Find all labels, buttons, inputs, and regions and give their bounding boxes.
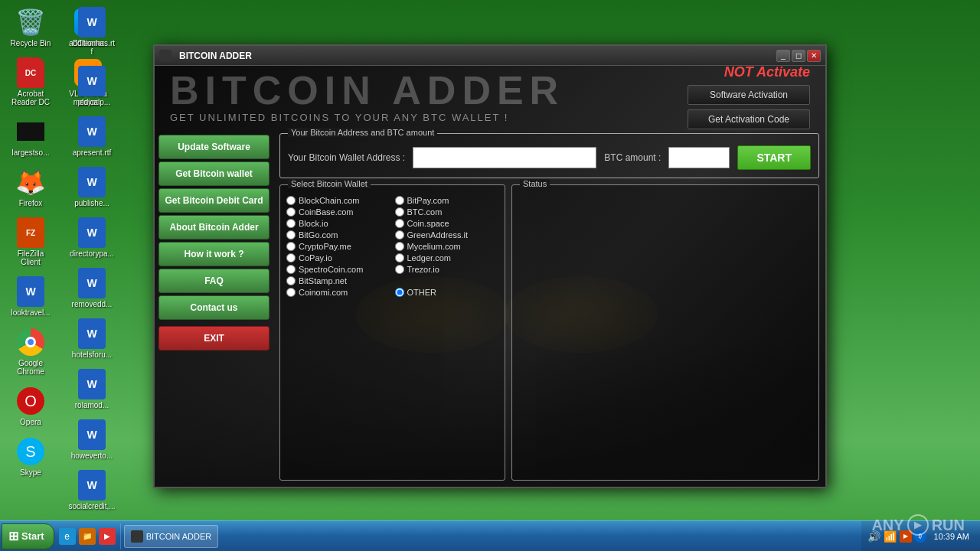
desktop-icon-opera[interactable]: O Opera [4,383,57,429]
app-window: BITCOIN ADDER _ ◻ ✕ BITCOIN ADDER [153,44,827,488]
desktop-icon-black-box[interactable]: largestso... [4,113,57,160]
desktop-icon-medicalp[interactable]: W medicalp... [65,63,119,109]
acrobat-label: Acrobat Reader DC [7,90,54,106]
about-bitcoin-adder-button[interactable]: About Bitcoin Adder [158,215,270,240]
app-content: BITCOIN ADDER GET UNLIMITED BITCOINS TO … [155,66,825,487]
files-icon[interactable]: 📁 [79,528,96,545]
wallet-option-spectrocoin[interactable]: SpectroCoin.com [286,265,390,274]
opera-icon: O [15,386,46,416]
filezilla-label: FileZilla Client [7,249,54,266]
directorypa-icon: W [77,217,107,248]
apresent-icon: W [77,116,107,147]
desktop-icon-directorypa[interactable]: W directorypa... [65,214,119,261]
how-it-work-button[interactable]: How it work ? [158,242,270,266]
app-subtitle: GET UNLIMITED BITCOINS TO YOUR ANY BTC W… [170,112,564,123]
apresent-label: apresent.rtf [73,148,112,157]
wallet-option-greenaddress[interactable]: GreenAddress.it [395,230,499,240]
wallet-option-coinomi[interactable]: Coinomi.com [286,288,390,297]
hotelsforu-label: hotelsforu... [72,350,112,359]
wallet-option-bitpay[interactable]: BitPay.com [395,196,499,205]
desktop-icon-looktravel[interactable]: W looktravel... [4,273,57,320]
desktop-icon-howeverto[interactable]: W howeverto... [65,416,119,463]
filezilla-icon: FZ [15,217,46,248]
content-area: Your Bitcoin Address and BTC amount Your… [273,127,825,487]
desktop-icon-additionhas[interactable]: W additionhas.rtf [65,4,119,59]
minimize-button[interactable]: _ [776,50,790,62]
wallet-option-btccom[interactable]: BTC.com [395,207,499,217]
medicalp-icon: W [77,66,107,96]
window-title: BITCOIN ADDER [176,51,776,61]
desktop-icon-filezilla[interactable]: FZ FileZilla Client [4,214,57,269]
app-icon-small [159,50,172,62]
wallet-option-blockio[interactable]: Block.io [286,219,390,228]
wallet-option-cryptopay[interactable]: CryptoPay.me [286,242,390,251]
media-player-icon[interactable]: ▶ [99,528,116,545]
desktop-icon-firefox[interactable]: 🦊 Firefox [4,164,57,210]
looktravel-icon: W [15,276,46,307]
exit-button[interactable]: EXIT [158,326,270,350]
wallet-option-bitgo[interactable]: BitGo.com [286,230,390,240]
start-button[interactable]: START [737,145,811,170]
desktop-icon-publishe[interactable]: W publishe... [65,164,119,210]
desktop-icon-removedd[interactable]: W removedd... [65,265,119,311]
desktop-icon-rolamod[interactable]: W rolamod... [65,366,119,412]
rolamod-icon: W [77,369,107,399]
get-bitcoin-debit-button[interactable]: Get Bitcoin Debit Card [158,188,270,213]
publishe-icon: W [77,167,107,197]
desktop-icon-apresent[interactable]: W apresent.rtf [65,113,119,160]
get-bitcoin-wallet-button[interactable]: Get Bitcoin wallet [158,161,270,186]
firefox-icon: 🦊 [15,167,46,197]
wallet-box-title: Select Bitcoin Wallet [288,179,371,188]
desktop-icon-chrome[interactable]: Google Chrome [4,324,57,379]
close-button[interactable]: ✕ [807,50,821,62]
socialcredit-label: socialcredit,... [68,502,115,510]
taskbar-item-bitcoin-adder[interactable]: BITCOIN ADDER [124,525,219,548]
wallet-option-trezor[interactable]: Trezor.io [395,265,499,274]
faq-button[interactable]: FAQ [158,269,270,293]
desktop-icon-hotelsforu[interactable]: W hotelsforu... [65,315,119,362]
wallet-option-copay[interactable]: CoPay.io [286,253,390,262]
status-box-title: Status [520,179,550,188]
window-controls: _ ◻ ✕ [776,50,821,62]
main-area: Update Software Get Bitcoin wallet Get B… [155,127,825,487]
desktop: 🗑️ Recycle Bin DC Acrobat Reader DC larg… [0,0,980,551]
window-titlebar: BITCOIN ADDER _ ◻ ✕ [155,46,825,66]
btc-amount-input[interactable] [668,147,730,168]
wallet-option-other[interactable]: OTHER [395,288,499,297]
looktravel-label: looktravel... [11,308,50,317]
bottom-row: Select Bitcoin Wallet BlockChain.com Bit… [279,184,819,481]
firefox-label: Firefox [19,199,43,207]
desktop-icon-acrobat[interactable]: DC Acrobat Reader DC [4,54,57,109]
wallet-address-input[interactable] [413,147,596,168]
ie-icon[interactable]: e [59,528,76,545]
acrobat-icon: DC [15,57,46,88]
desktop-icon-skype[interactable]: S Skype [4,433,57,480]
get-activation-code-button[interactable]: Get Activation Code [688,109,810,129]
desktop-icons-col1: 🗑️ Recycle Bin DC Acrobat Reader DC larg… [0,0,61,513]
software-activation-button[interactable]: Software Activation [688,85,810,105]
wallet-option-bitstamp[interactable]: BitStamp.net [286,276,390,285]
wallet-option-ledger[interactable]: Ledger.com [395,253,499,262]
sidebar: Update Software Get Bitcoin wallet Get B… [155,127,273,487]
start-button[interactable]: ⊞ Start [2,523,54,549]
wallet-option-blockchain[interactable]: BlockChain.com [286,196,390,205]
wallet-address-label: Your Bitcoin Wallet Address : [288,152,405,163]
wallet-option-mycelium[interactable]: Mycelium.com [395,242,499,251]
additionhas-label: additionhas.rtf [68,39,116,56]
contact-us-button[interactable]: Contact us [158,295,270,320]
chrome-label: Google Chrome [7,359,54,376]
desktop-icon-socialcredit[interactable]: W socialcredit,... [65,467,119,514]
wallet-option-coinbase[interactable]: CoinBase.com [286,207,390,217]
taskbar: ⊞ Start e 📁 ▶ BITCOIN ADDER 🔊 📶 ▶ ₿ 10:3… [0,520,980,551]
wallet-option-coinspace[interactable]: Coin.space [395,219,499,228]
wallet-selector-box: Select Bitcoin Wallet BlockChain.com Bit… [279,184,505,481]
black-box-icon [15,116,46,147]
anyrun-play-icon: ▶ [907,514,929,536]
desktop-icon-recycle-bin[interactable]: 🗑️ Recycle Bin [4,4,57,51]
howeverto-label: howeverto... [71,452,113,460]
restore-button[interactable]: ◻ [792,50,805,62]
run-text: RUN [932,517,965,534]
update-software-button[interactable]: Update Software [158,135,270,159]
skype-label: Skype [20,468,41,477]
black-box-label: largestso... [12,148,50,157]
